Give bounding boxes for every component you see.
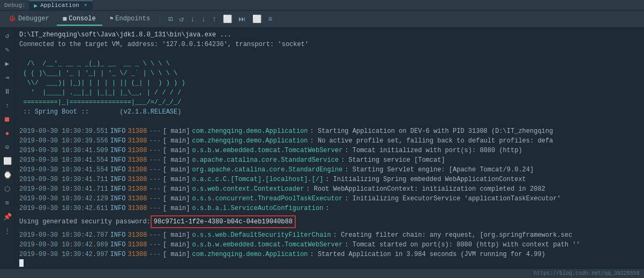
app-tab-label: Application (40, 2, 79, 9)
spring-boot-label: :: Spring Boot :: (v2.1.8.RELEASE) (19, 107, 640, 117)
debugger-label: Debugger (18, 15, 49, 22)
log-line-8: 2019-09-30 10:30:42.129 INFO 31308 --- [… (19, 194, 640, 204)
log-line-2: 2019-09-30 10:30:39.556 INFO 31308 --- [… (19, 136, 640, 146)
restart-icon[interactable]: ⊡ (167, 13, 174, 25)
sidebar-window-icon[interactable]: ⬜ (2, 155, 13, 167)
sidebar-edit-icon[interactable]: ✎ (2, 44, 13, 56)
url-bar: https://blog.csdn.net/qq_38225558 (0, 268, 644, 278)
path-line: D:\IT_zhengqing\soft\Java\jdk1.8.0_131\b… (19, 30, 640, 40)
sidebar-stop-icon[interactable]: ⏹ (2, 114, 13, 125)
sidebar-run-icon[interactable]: ▶ (2, 58, 13, 70)
log-line-11: 2019-09-30 10:30:42.989 INFO 31308 --- [… (19, 240, 640, 250)
close-icon[interactable]: × (84, 3, 87, 9)
run-to-cursor-icon[interactable]: ⬜ (221, 13, 234, 25)
sidebar-restart-icon[interactable]: ↺ (2, 30, 13, 42)
banner-line-1: /\ /__'_ __ _ _(_)_ __ __ _ \ \ \ \ (19, 59, 640, 69)
sidebar-record-icon[interactable]: ● (2, 127, 13, 139)
log-line-9: 2019-09-30 10:30:42.611 INFO 31308 --- [… (19, 204, 640, 213)
settings-icon[interactable]: ≡ (266, 14, 274, 25)
step-over-icon[interactable]: ↓ (189, 14, 196, 25)
refresh-icon[interactable]: ↺ (178, 13, 185, 25)
log-line-5: 2019-09-30 10:30:41.554 INFO 31308 --- [… (19, 165, 640, 175)
log-line-4: 2019-09-30 10:30:41.554 INFO 31308 --- [… (19, 155, 640, 165)
log-line-12: 2019-09-30 10:30:42.997 INFO 31308 --- [… (19, 250, 640, 259)
banner-line-5: =========|_|================|___/=/_/_/_… (19, 97, 640, 107)
sidebar-more-icon[interactable]: ⋮ (2, 225, 13, 237)
sidebar-target-icon[interactable]: ⊙ (2, 141, 13, 153)
tab-endpoints[interactable]: ⚑ Endpoints (103, 13, 156, 26)
log-line-10: 2019-09-30 10:30:42.787 INFO 31308 --- [… (19, 230, 640, 240)
sidebar-pause-icon[interactable]: ⏸ (2, 86, 13, 97)
log-line-3: 2019-09-30 10:30:41.509 INFO 31308 --- [… (19, 146, 640, 155)
step-out-icon[interactable]: ↑ (211, 14, 218, 25)
blank-line (19, 49, 640, 59)
tab-debugger[interactable]: 🐞 Debugger (2, 13, 56, 26)
blank-line-2 (19, 117, 640, 126)
sidebar-menu-icon[interactable]: ≡ (2, 197, 13, 209)
console-label: Console (69, 15, 95, 22)
log-line-1: 2019-09-30 10:30:39.551 INFO 31308 --- [… (19, 126, 640, 136)
toolbar-separator (160, 14, 160, 24)
banner-line-3: \\/ ___)| |_)| | | | | || (_| | ) ) ) ) (19, 78, 640, 88)
sidebar-pin-icon[interactable]: 📌 (2, 211, 13, 223)
debug-label: Debug: (4, 2, 26, 9)
console-icon: ▦ (63, 15, 67, 22)
password-value: 98c971c1-1f2e-4380-b04c-04eb19040b88 (151, 215, 296, 228)
url-text: https://blog.csdn.net/qq_38225558 (534, 271, 640, 276)
debug-tab-application[interactable]: ▶ Application × (29, 1, 93, 10)
left-sidebar: ↺ ✎ ▶ ⇥ ⏸ ↑ ⏹ ● ⊙ ⬜ ⌚ ⬡ ≡ 📌 ⋮ (0, 28, 15, 268)
banner-line-4: ' |____| .__|_| |_|_| |_\__, | / / / / (19, 88, 640, 97)
cursor-blink (19, 259, 24, 267)
password-label: Using generated security password: (19, 217, 151, 227)
console-area[interactable]: D:\IT_zhengqing\soft\Java\jdk1.8.0_131\b… (15, 28, 644, 268)
frame-icon[interactable]: ⬜ (251, 13, 263, 25)
sidebar-watch-icon[interactable]: ⌚ (2, 169, 13, 181)
password-line: Using generated security password: 98c97… (19, 215, 640, 228)
sidebar-up-icon[interactable]: ↑ (2, 100, 13, 111)
step-into-icon[interactable]: ↓ (199, 14, 207, 25)
cursor-line (19, 259, 640, 267)
sidebar-hex-icon[interactable]: ⬡ (2, 183, 13, 195)
skip-icon[interactable]: ⏭ (237, 14, 248, 25)
app-tab-icon: ▶ (34, 2, 38, 9)
debugger-icon: 🐞 (9, 15, 16, 22)
sidebar-stepover-icon[interactable]: ⇥ (2, 72, 13, 84)
tab-console[interactable]: ▦ Console (57, 13, 102, 26)
log-line-7: 2019-09-30 10:30:41.711 INFO 31308 --- [… (19, 184, 640, 194)
toolbar: 🐞 Debugger ▦ Console ⚑ Endpoints ⊡ ↺ ↓ ↓… (0, 11, 644, 28)
banner-line-2: ( ( )\___| '_ | '_| | '_ \/ _` | \ \ \ \ (19, 69, 640, 78)
toolbar-icons: ⊡ ↺ ↓ ↓ ↑ ⬜ ⏭ ⬜ ≡ (167, 13, 274, 25)
endpoints-icon: ⚑ (110, 15, 114, 22)
endpoints-label: Endpoints (115, 15, 150, 22)
log-line-6: 2019-09-30 10:30:41.711 INFO 31308 --- [… (19, 175, 640, 184)
debug-bar: Debug: ▶ Application × (0, 0, 644, 11)
connected-line: Connected to the target VM, address: '12… (19, 40, 640, 49)
main-layout: ↺ ✎ ▶ ⇥ ⏸ ↑ ⏹ ● ⊙ ⬜ ⌚ ⬡ ≡ 📌 ⋮ D:\IT_zhen… (0, 28, 644, 268)
